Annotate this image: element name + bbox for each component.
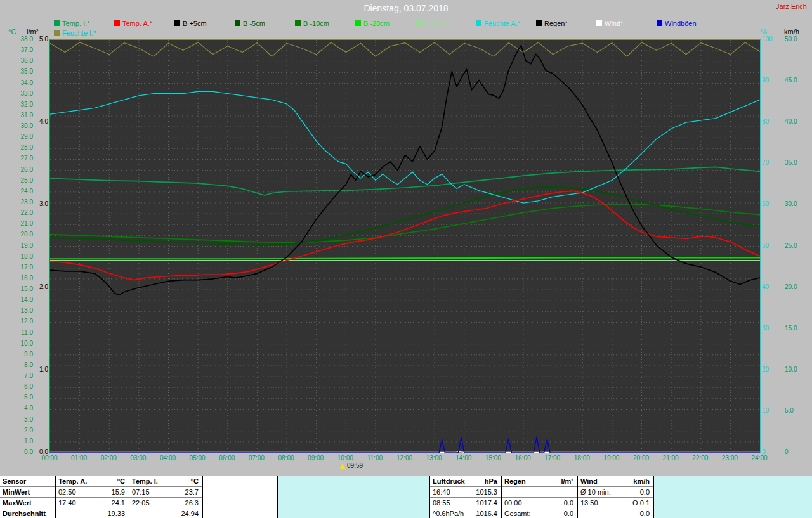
- y-tick-temp: 20.0: [0, 231, 33, 238]
- time-cursor-marker[interactable]: 09:59: [340, 462, 363, 469]
- y-tick-temp: 24.0: [0, 188, 33, 195]
- stats-cell: 22:0526.3: [129, 498, 202, 508]
- watermark: Jarz Erich: [776, 3, 807, 10]
- legend-item-b-20cm[interactable]: B -20cm: [355, 20, 390, 27]
- legend-item-feuchte-a[interactable]: Feuchte A.*: [476, 20, 520, 27]
- series-wind: [50, 452, 760, 453]
- y-tick-wind: 35.0: [785, 160, 797, 166]
- stats-cell: Windkm/h: [578, 476, 653, 487]
- series-windb-en: [50, 437, 760, 453]
- y-tick-temp: 8.0: [0, 362, 33, 368]
- y-tick-temp: 34.0: [0, 80, 33, 86]
- legend-item-temp-a[interactable]: Temp. A.*: [114, 20, 152, 27]
- y-tick-rain: 5.0: [10, 36, 48, 42]
- legend-item-temp-i[interactable]: Temp. I.*: [54, 20, 89, 27]
- stats-cell: Temp. I.°C: [129, 476, 202, 487]
- stats-cell: Sensor: [0, 476, 55, 487]
- legend-label: B -20cm: [363, 20, 390, 27]
- stats-cell-value: 1015.3: [476, 488, 497, 496]
- y-tick-humidity: 70: [762, 160, 769, 166]
- stats-cell: 17:4024.1: [56, 498, 129, 508]
- stats-cell-value: 23.7: [185, 488, 199, 496]
- legend-item-b-5cm[interactable]: B +5cm: [174, 20, 207, 27]
- stats-cell-value: 24.94: [181, 510, 199, 517]
- x-tick-time: 23:00: [717, 455, 742, 462]
- stats-cell: MinWert: [0, 487, 55, 498]
- legend-item-wind[interactable]: Wind*: [596, 20, 623, 27]
- stats-cell: 16:401015.3: [430, 487, 501, 498]
- x-tick-time: 06:00: [214, 455, 240, 462]
- y-tick-temp: 13.0: [0, 308, 33, 314]
- x-tick-time: 02:00: [96, 455, 121, 462]
- legend-item-regen[interactable]: Regen*: [536, 20, 568, 27]
- legend-swatch-regen: [536, 20, 542, 26]
- stats-col-regen: Regenl/m²00:000.0Gesamt:0.0: [501, 476, 577, 518]
- stats-cell: Regenl/m²: [502, 476, 577, 487]
- legend-swatch-temp-i: [54, 20, 60, 26]
- x-tick-time: 11:00: [362, 455, 388, 462]
- y-tick-wind: 45.0: [785, 77, 797, 84]
- series-temp-i: [50, 167, 760, 195]
- y-tick-humidity: 90: [762, 77, 769, 84]
- legend-item-b-50cm[interactable]: B -50cm: [416, 20, 450, 27]
- stats-cell: ^0.6hPa/h1016.4: [430, 508, 501, 518]
- unit-label-wind: km/h: [784, 28, 799, 36]
- stats-cell-label: 08:55: [433, 499, 450, 507]
- legend-item-windb-en[interactable]: Windböen: [657, 20, 697, 27]
- chart-plot-area[interactable]: [49, 39, 761, 453]
- x-tick-time: 22:00: [688, 455, 713, 462]
- y-tick-temp: 1.0: [0, 438, 33, 444]
- legend-swatch-b-20cm: [355, 20, 361, 26]
- stats-cell-value: °C: [191, 477, 199, 485]
- stats-cell: 02:5015.9: [56, 487, 129, 498]
- y-tick-humidity: 30: [762, 325, 769, 332]
- x-tick-time: 20:00: [629, 455, 654, 462]
- y-tick-wind: 5.0: [785, 408, 794, 414]
- series-b-20cm: [50, 258, 760, 259]
- page-title: Dienstag, 03.07.2018: [0, 3, 812, 13]
- stats-cell-value: km/h: [633, 477, 650, 485]
- y-tick-temp: 5.0: [0, 394, 33, 401]
- y-tick-temp: 22.0: [0, 210, 33, 216]
- y-tick-temp: 32.0: [0, 101, 33, 108]
- stats-cell-value: 0.0: [640, 510, 650, 517]
- x-tick-time: 13:00: [421, 455, 447, 462]
- stats-cell: 24.94: [129, 508, 202, 518]
- legend-item-feuchte-i[interactable]: Feuchte I.*: [54, 29, 96, 36]
- stats-cell: Ø 10 min.0.0: [578, 487, 653, 498]
- y-tick-wind: 0: [785, 449, 789, 455]
- unit-label-rain: l/m²: [27, 28, 38, 36]
- y-tick-wind: 25.0: [785, 243, 797, 249]
- legend-item-b-5cm[interactable]: B -5cm: [235, 20, 265, 27]
- legend-swatch-temp-a: [114, 20, 120, 26]
- stats-cell-label: MaxWert: [3, 499, 32, 507]
- legend-label: Windböen: [665, 20, 697, 27]
- stats-cell-value: °C: [117, 477, 125, 485]
- x-tick-time: 24:00: [747, 455, 772, 462]
- y-tick-temp: 31.0: [0, 112, 33, 119]
- stats-col-temp-a: Temp. A.°C02:5015.917:4024.119.33: [55, 476, 129, 518]
- y-tick-humidity: 100: [762, 36, 773, 42]
- stats-cell-value: 1016.4: [476, 510, 497, 517]
- y-tick-humidity: 40: [762, 284, 769, 290]
- stats-cell-label: 13:50: [580, 499, 598, 507]
- legend-label: Wind*: [605, 20, 623, 27]
- y-tick-temp: 3.0: [0, 417, 33, 423]
- series-b-5cm: [50, 186, 760, 245]
- stats-cell-value: 15.9: [112, 488, 125, 496]
- y-tick-temp: 9.0: [0, 351, 33, 358]
- stats-cell-value: 1017.4: [476, 499, 497, 507]
- stats-cell-label: 00:00: [504, 499, 522, 507]
- x-tick-time: 03:00: [126, 455, 151, 462]
- stats-cell-label: 16:40: [433, 488, 450, 496]
- y-tick-temp: 27.0: [0, 155, 33, 162]
- y-tick-humidity: 80: [762, 119, 769, 125]
- legend-label: Feuchte I.*: [62, 29, 96, 37]
- stats-col-wind: Windkm/hØ 10 min.0.013:50O 0.10.0: [577, 476, 653, 518]
- stats-cell-value: l/m²: [561, 477, 573, 485]
- stats-cell: 00:000.0: [502, 498, 577, 508]
- legend-item-b-10cm[interactable]: B -10cm: [295, 20, 329, 27]
- legend-label: Regen*: [544, 20, 568, 27]
- legend-label: B +5cm: [183, 20, 207, 27]
- y-tick-temp: 38.0: [0, 36, 33, 42]
